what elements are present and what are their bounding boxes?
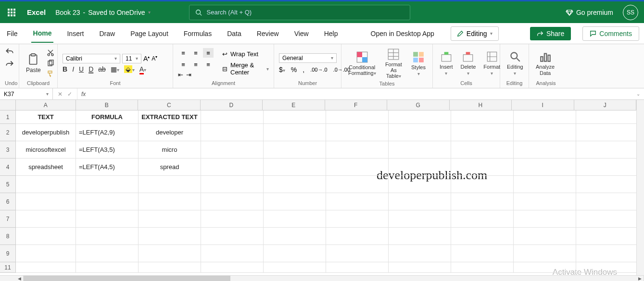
cell-I2[interactable] [514,124,576,141]
document-name[interactable]: Book 23 - Saved to OneDrive ▾ [55,9,150,16]
conditional-formatting-button[interactable]: ConditionalFormatting▾ [346,50,378,77]
cell-A5[interactable] [16,176,76,193]
name-box[interactable]: K37▾ [0,88,53,99]
cell-H2[interactable] [451,124,514,141]
fx-icon[interactable]: fx [77,91,89,98]
cell-J11[interactable] [576,262,636,273]
row-header-2[interactable]: 2 [0,124,16,141]
decrease-indent-icon[interactable]: ⇤ [178,71,183,78]
cell-G8[interactable] [389,228,451,245]
align-top-icon[interactable]: ≡ [178,48,189,58]
fill-color-button[interactable]: ⬙▾ [124,65,135,73]
go-premium-button[interactable]: Go premium [566,9,613,16]
cell-H4[interactable] [451,159,514,176]
editing-mode-button[interactable]: Editing ▾ [451,26,499,41]
undo-icon[interactable] [5,47,14,56]
cell-I7[interactable] [514,210,576,228]
cell-F3[interactable] [326,141,389,159]
tab-data[interactable]: Data [225,25,243,42]
cell-E9[interactable] [264,245,326,262]
cell-I3[interactable] [514,141,576,159]
cell-F7[interactable] [326,210,389,228]
tab-home[interactable]: Home [31,24,54,43]
cell-D11[interactable] [201,262,264,273]
expand-formula-bar-icon[interactable]: ⌄ [632,91,644,97]
increase-indent-icon[interactable]: ⇥ [186,71,191,78]
cell-B6[interactable] [76,193,139,210]
cell-I5[interactable] [514,176,576,193]
comments-button[interactable]: Comments [582,26,639,41]
align-center-icon[interactable]: ≡ [190,60,201,69]
cell-J4[interactable] [576,159,636,176]
cell-F4[interactable] [326,159,389,176]
column-header-D[interactable]: D [201,100,263,110]
app-launcher-icon[interactable] [6,7,17,18]
cell-D7[interactable] [201,210,264,228]
cell-A7[interactable] [16,210,76,228]
scroll-right-icon[interactable]: ▶ [636,276,644,281]
cell-D4[interactable] [201,159,264,176]
row-header-6[interactable]: 6 [0,193,16,210]
double-underline-button[interactable]: D [88,65,93,73]
horizontal-scrollbar[interactable]: ◀ ▶ [0,275,644,281]
row-header-4[interactable]: 4 [0,159,16,176]
cell-B7[interactable] [76,210,139,228]
row-header-7[interactable]: 7 [0,210,16,228]
cell-J2[interactable] [576,124,636,141]
font-size-combo[interactable]: 11▾ [122,54,141,63]
cell-G3[interactable] [389,141,451,159]
cell-I6[interactable] [514,193,576,210]
cell-E7[interactable] [264,210,326,228]
cell-J6[interactable] [576,193,636,210]
cell-I9[interactable] [514,245,576,262]
cell-A6[interactable] [16,193,76,210]
tab-insert[interactable]: Insert [65,25,86,42]
font-name-combo[interactable]: Calibri▾ [63,54,120,63]
insert-cells-button[interactable]: Insert▾ [438,49,455,77]
cell-F1[interactable] [326,110,389,124]
column-header-I[interactable]: I [512,100,574,110]
delete-cells-button[interactable]: Delete▾ [459,49,478,77]
font-color-button[interactable]: A▾ [139,65,146,73]
cell-F8[interactable] [326,228,389,245]
cell-C9[interactable] [139,245,201,262]
align-left-icon[interactable]: ≡ [178,60,189,69]
tab-formulas[interactable]: Formulas [182,25,214,42]
cell-styles-button[interactable]: Styles▾ [409,50,428,77]
cell-H7[interactable] [451,210,514,228]
cell-J7[interactable] [576,210,636,228]
increase-decimal-button[interactable]: .00→.0 [310,67,327,73]
cell-H6[interactable] [451,193,514,210]
cell-C2[interactable]: developer [139,124,201,141]
cell-B2[interactable]: =LEFT(A2,9) [76,124,139,141]
cell-C11[interactable] [139,262,201,273]
tab-draw[interactable]: Draw [97,25,117,42]
cell-B8[interactable] [76,228,139,245]
italic-button[interactable]: I [72,65,74,73]
cell-G9[interactable] [389,245,451,262]
cell-J9[interactable] [576,245,636,262]
cell-H9[interactable] [451,245,514,262]
open-desktop-app[interactable]: Open in Desktop App [366,27,439,40]
cell-H11[interactable] [451,262,514,273]
format-as-table-button[interactable]: Format AsTable▾ [382,47,405,80]
cell-H1[interactable] [451,110,514,124]
cell-B1[interactable]: FORMULA [76,110,139,124]
row-header-5[interactable]: 5 [0,176,16,193]
cell-F6[interactable] [326,193,389,210]
cell-A4[interactable]: spreadsheet [16,159,76,176]
cell-G4[interactable] [389,159,451,176]
cell-D9[interactable] [201,245,264,262]
cell-J5[interactable] [576,176,636,193]
cancel-formula-icon[interactable]: ✕ [58,91,63,98]
cell-D8[interactable] [201,228,264,245]
analyze-data-button[interactable]: AnalyzeData [534,49,556,76]
column-header-H[interactable]: H [450,100,512,110]
cell-G11[interactable] [389,262,451,273]
cell-G5[interactable] [389,176,451,193]
paste-button[interactable]: Paste [24,52,43,74]
underline-button[interactable]: U [79,65,84,73]
cell-D2[interactable] [201,124,264,141]
cell-E6[interactable] [264,193,326,210]
editing-group-button[interactable]: Editing▾ [505,49,525,77]
